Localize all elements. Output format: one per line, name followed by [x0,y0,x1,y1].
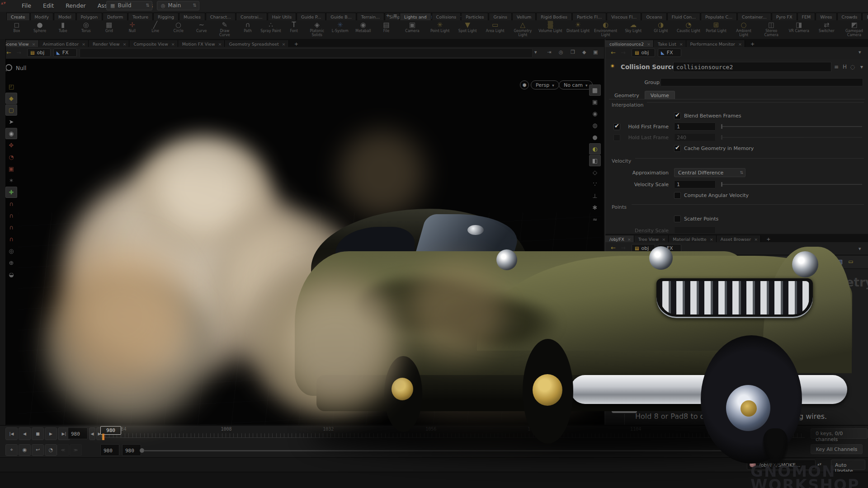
move-tool-icon[interactable]: ✥ [5,140,17,151]
pin-pane-icon[interactable]: ⇥ [547,49,551,55]
compute-angular-checkbox[interactable] [674,192,681,199]
layout-grid-icon[interactable]: ▦ [589,84,601,96]
density-scale-field[interactable] [674,226,716,233]
shelf-tool-null[interactable]: ✛ Null [122,20,142,33]
menu-item[interactable]: Render [60,0,92,11]
path-input[interactable] [80,48,533,58]
menu-item[interactable]: Edit [37,0,60,11]
path-dropdown-icon[interactable]: ▾ [859,246,861,252]
points-display-icon[interactable]: ∵ [589,178,601,190]
shelf-tool-sphere[interactable]: ● Sphere [29,20,50,33]
shelf-tab[interactable]: Drive Sim... [862,13,868,20]
drop-state-icon[interactable]: ◆ [5,93,17,104]
blend-checkbox[interactable] [674,113,681,119]
shelf-tool-draw-curve[interactable]: ✎ Draw Curve [214,20,235,37]
shelf-tool-distant-light[interactable]: ☀ Distant Light [566,20,591,33]
net-tools-icon[interactable]: ✱ [764,256,774,267]
shelf-tab[interactable]: Constrai... [236,13,267,20]
shelf-tab[interactable]: Particles [461,13,488,20]
scale-tool-icon[interactable]: ▣ [5,163,17,174]
forward-icon[interactable]: → [621,49,626,56]
shelf-tool-platonic-solids[interactable]: ◈ Platonic Solids [307,20,327,37]
collapse-icon[interactable]: ▾ [860,64,863,70]
shelf-tab[interactable]: Muscles [179,13,205,20]
shelf-tab[interactable]: Particle Fl... [572,13,606,20]
snap-point-icon[interactable]: ∩ [5,222,17,233]
shelf-tool-spray-paint[interactable]: ∴ Spray Paint [260,20,281,33]
shelf-tab[interactable]: Fluid Con... [667,13,700,20]
net-tree-icon[interactable]: ≡ [774,256,783,267]
menu-item[interactable]: View [665,256,687,267]
net-folder-icon[interactable]: ▭ [845,256,856,267]
path-dropdown-icon[interactable]: ▾ [859,49,861,55]
shelf-tab[interactable]: Hair Utils [268,13,296,20]
shelf-tool-switcher[interactable]: ⇄ Switcher [814,20,839,33]
new-pane-tab-button[interactable]: + [763,236,774,242]
realtime-toggle-icon[interactable]: ⌖ [5,444,18,456]
frame-step-button[interactable]: ◀ [89,427,95,440]
range-start-field[interactable]: 980 [122,444,141,456]
shelf-tool-area-light[interactable]: ▭ Area Light [482,20,508,33]
box-state-icon[interactable]: ▢ [5,104,17,116]
paste-state-icon[interactable]: ◰ [5,81,17,92]
snap-magnet-icon[interactable]: ∩ [5,234,17,245]
back-icon[interactable]: ← [611,244,616,251]
shelf-tab[interactable]: Rigging [153,13,179,20]
cache-checkbox[interactable] [674,145,681,152]
camera-select-button[interactable]: No cam [559,80,593,89]
global-start-field[interactable]: 980 [100,444,119,456]
geo-link-icon[interactable]: ◆ [582,49,586,55]
shelf-menu-button[interactable]: ≡ [392,13,399,19]
shelf-tool-line[interactable]: ╱ Line [145,20,166,33]
transport-button[interactable]: ■ [32,427,44,440]
shelf-tool-file[interactable]: ▤ File [376,20,397,33]
view-pivot-icon[interactable]: ◎ [5,245,17,257]
forward-icon[interactable]: → [621,244,626,251]
menu-item[interactable]: Tools [687,256,711,267]
shelf-tool-camera[interactable]: ▣ Camera [400,20,425,33]
shelf-tool-gi-light[interactable]: ◑ GI Light [648,20,674,33]
net-list-icon[interactable]: ▤ [783,256,794,267]
display-objects-icon[interactable]: ● [589,131,601,143]
range-end-field[interactable]: 1145 [728,444,747,456]
presets-icon[interactable]: ≡ [834,64,839,70]
shelf-tool-geometry-light[interactable]: △ Geometry Light [510,20,535,37]
shelf-tool-gamepad-camera[interactable]: ◩ Gamepad Camera [842,20,867,37]
transport-button[interactable]: ◀ [19,427,31,440]
shelf-tool-volume-light[interactable]: ▒ Volume Light [538,20,563,33]
node-path-stepper[interactable]: ▴▾ [817,462,821,466]
menu-item[interactable]: Edit [627,256,647,267]
hold-last-field[interactable]: 240 [674,133,716,141]
shelf-tool-environment-light[interactable]: ◐ Environment Light [593,20,618,37]
forward-icon[interactable]: → [16,49,21,56]
folder-tab[interactable]: Volume [645,91,675,99]
shelf-tab[interactable]: Guide P... [297,13,326,20]
scene-viewport[interactable]: Null ● Persp No cam [0,59,604,425]
shelf-tool-spot-light[interactable]: ▼ Spot Light [455,20,480,33]
shelf-tool-stereo-camera[interactable]: ◫ Stereo Camera [759,20,784,37]
back-icon[interactable]: ← [611,49,616,56]
lookat-icon[interactable]: ◒ [5,269,17,280]
particles-icon[interactable]: ✱ [589,202,601,213]
path-dropdown-icon[interactable]: ▾ [534,49,537,55]
wireframe-icon[interactable]: ◇ [589,167,601,178]
range-limit-icon[interactable]: ≪ [57,444,69,456]
shelf-tab[interactable]: Deform [103,13,127,20]
net-frame-icon[interactable]: ▫ [805,256,814,267]
shelf-tab[interactable]: Pyro FX [772,13,797,20]
hold-first-field[interactable]: 1 [674,122,716,131]
snapshot-icon[interactable]: ▣ [589,96,601,108]
group-field[interactable] [660,78,863,86]
shelf-tool-path[interactable]: ∩ Path [237,20,258,33]
pane-maximize-icon[interactable]: ▣ [593,49,598,55]
shelf-tab[interactable]: Model [54,13,76,20]
show-handles-icon[interactable]: ✚ [5,187,17,198]
path-context-chip[interactable]: ▤obj [632,244,655,253]
desktop-selector[interactable]: ▦Build [106,1,152,10]
secure-selection-icon[interactable]: ◉ [5,128,17,139]
shelf-tab[interactable]: Container... [737,13,771,20]
snap-curve-icon[interactable]: ∩ [5,210,17,221]
menu-item[interactable]: File [16,0,37,11]
path-node-chip[interactable]: ◣FX [658,48,681,57]
shelf-tab[interactable]: Texture [128,13,153,20]
